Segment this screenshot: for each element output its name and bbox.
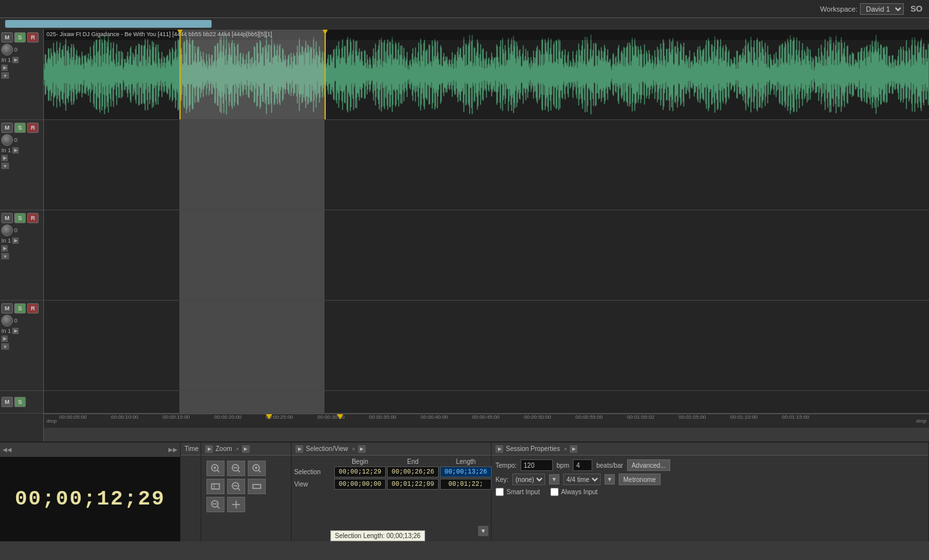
time-sig-select[interactable]: 4/4 time	[563, 474, 601, 485]
input-arrow-2[interactable]: ▶	[12, 147, 19, 154]
track-volume-2: 0	[1, 134, 42, 146]
zoom-panel-expand[interactable]: ▶	[242, 445, 250, 453]
mute-btn-5[interactable]: M	[1, 397, 13, 407]
always-input-checkbox[interactable]	[550, 488, 559, 496]
session-panel-pin[interactable]: ▶	[495, 445, 503, 453]
dropdown-2[interactable]: ▼	[1, 163, 9, 169]
ruler-tick-12: 00:01:05:00	[679, 414, 706, 420]
zoom-fit[interactable]	[227, 497, 245, 512]
zoom-full[interactable]	[206, 479, 225, 494]
svg-line-19	[217, 506, 219, 508]
input-arrow-1[interactable]: ▶	[12, 57, 19, 63]
selection-panel: ▶ Selection/View × ▶ Begin End Length Se…	[292, 443, 492, 541]
horizontal-scrollbar[interactable]	[0, 18, 929, 30]
sel-end-2[interactable]: 00;01;22;09	[387, 479, 439, 490]
track-controls: M S R 0 In 1 ▶ ▶ ▼ M S R	[0, 30, 44, 441]
expand-left[interactable]: ◀◀	[3, 446, 12, 453]
zoom-out-h[interactable]	[227, 461, 245, 476]
mute-btn-4[interactable]: M	[1, 303, 13, 314]
track-volume-3: 0	[1, 225, 42, 236]
rec-btn-4[interactable]: R	[27, 303, 39, 314]
sel-end-1[interactable]: 00;00;26;26	[387, 466, 439, 477]
zoom-sel-h[interactable]	[227, 479, 245, 494]
audio-track-1[interactable]: 025- Jixaw Ft DJ Gigadance - Be With You…	[44, 30, 929, 120]
input-arrow-4[interactable]: ▶	[12, 328, 19, 334]
beats-input[interactable]	[573, 459, 592, 471]
selection-overlay-3	[179, 210, 325, 300]
sel-length-2[interactable]: 00;01;22;	[440, 479, 492, 490]
solo-btn-3[interactable]: S	[14, 213, 26, 223]
empty-track-3[interactable]	[44, 210, 929, 301]
rec-btn-3[interactable]: R	[27, 213, 39, 223]
input-label-4: In 1	[1, 328, 11, 334]
session-panel-expand[interactable]: ▶	[570, 445, 577, 453]
solo-btn-4[interactable]: S	[14, 303, 26, 314]
metronome-btn[interactable]: Metronome	[619, 474, 661, 485]
empty-track-4[interactable]	[44, 301, 929, 391]
sel-begin-1[interactable]: 00;00;12;29	[334, 466, 386, 477]
svg-line-10	[259, 470, 261, 472]
volume-knob-2[interactable]	[1, 134, 13, 146]
input-arrow-2b[interactable]: ▶	[1, 155, 8, 161]
ruler-tick-0: 00:00:05:00	[59, 414, 86, 420]
selection-panel-header: ▶ Selection/View × ▶	[292, 443, 491, 455]
expand-right[interactable]: ▶▶	[168, 446, 177, 453]
zoom-in-h[interactable]	[206, 461, 225, 476]
dropdown-1[interactable]: ▼	[1, 72, 9, 79]
ruler-tick-10: 00:00:55:00	[575, 414, 603, 420]
input-arrow-1b[interactable]: ▶	[1, 65, 8, 71]
selection-panel-pin[interactable]: ▶	[295, 445, 303, 453]
sel-row-label-2: View	[294, 481, 333, 488]
zoom-panel-pin[interactable]: ▶	[205, 445, 213, 453]
always-input-label: Always Input	[561, 488, 598, 495]
input-arrow-4b[interactable]: ▶	[1, 335, 8, 342]
sel-begin-2[interactable]: 00;00;00;00	[334, 479, 386, 490]
session-panel-label: Session Properties	[506, 445, 560, 452]
selection-panel-close[interactable]: ×	[352, 446, 355, 452]
dropdown-4[interactable]: ▼	[1, 343, 9, 350]
workspace-select[interactable]: David 1	[860, 3, 904, 15]
selection-panel-expand[interactable]: ▶	[358, 445, 366, 453]
track-buttons-2: M S R	[1, 123, 42, 133]
volume-knob-4[interactable]	[1, 315, 13, 326]
selection-overlay-2	[179, 120, 325, 210]
svg-rect-11	[212, 484, 219, 489]
zoom-panel-close[interactable]: ×	[236, 446, 239, 452]
zoom-out-v[interactable]	[206, 497, 225, 512]
input-arrow-3b[interactable]: ▶	[1, 245, 8, 252]
input-label-3: In 1	[1, 237, 11, 244]
mute-btn-2[interactable]: M	[1, 123, 13, 133]
zoom-in-v[interactable]	[248, 461, 266, 476]
mini-track-5[interactable]	[44, 391, 929, 414]
rec-btn-1[interactable]: R	[27, 32, 39, 43]
tempo-input[interactable]	[521, 459, 553, 471]
time-panel: Time ×	[181, 443, 201, 541]
scroll-thumb[interactable]	[5, 20, 212, 28]
zoom-track[interactable]	[248, 479, 266, 494]
key-dropdown-btn[interactable]: ▼	[549, 474, 559, 485]
key-row: Key: (none) ▼ 4/4 time ▼ Metronome	[495, 474, 924, 485]
solo-btn-1[interactable]: S	[14, 32, 26, 43]
advanced-btn[interactable]: Advanced...	[627, 459, 670, 471]
solo-btn-5[interactable]: S	[14, 397, 26, 407]
solo-btn-2[interactable]: S	[14, 123, 26, 133]
input-arrow-3[interactable]: ▶	[12, 237, 19, 244]
dropdown-3[interactable]: ▼	[1, 253, 9, 259]
session-panel-close[interactable]: ×	[564, 446, 567, 452]
mute-btn-3[interactable]: M	[1, 213, 13, 223]
sel-length-1[interactable]: 00;00;13;26	[440, 466, 492, 477]
volume-knob-1[interactable]	[1, 44, 13, 55]
ruler-drop-right: drop	[914, 418, 929, 424]
smart-input-checkbox[interactable]	[495, 488, 504, 496]
empty-track-2[interactable]	[44, 120, 929, 210]
ruler-tick-1: 00:00:10:00	[111, 414, 138, 420]
input-label-1: In 1	[1, 57, 11, 63]
selection-dropdown[interactable]: ▼	[478, 526, 488, 536]
volume-knob-3[interactable]	[1, 225, 13, 236]
workspace-label: Workspace:	[820, 5, 857, 13]
mute-btn-1[interactable]: M	[1, 32, 13, 43]
key-select[interactable]: (none)	[512, 474, 545, 485]
time-sig-dropdown-btn[interactable]: ▼	[604, 474, 615, 485]
bpm-label: bpm	[557, 462, 569, 469]
rec-btn-2[interactable]: R	[27, 123, 39, 133]
